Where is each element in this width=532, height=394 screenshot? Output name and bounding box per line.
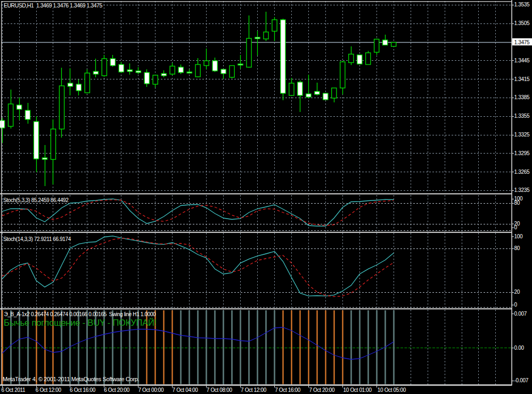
svg-text:1.3325: 1.3325	[514, 132, 530, 138]
svg-text:0.00: 0.00	[514, 345, 525, 351]
svg-text:1.3445: 1.3445	[514, 58, 530, 63]
svg-text:7 Oct 08:00: 7 Oct 08:00	[207, 387, 233, 393]
svg-text:80: 80	[514, 245, 520, 251]
svg-text:10 Oct 01:00: 10 Oct 01:00	[343, 387, 372, 393]
svg-text:EURUSD,H1 1.3469 1.3476 1.346: EURUSD,H1 1.3469 1.3476 1.3469 1.3475	[4, 2, 102, 9]
svg-text:7 Oct 04:00: 7 Oct 04:00	[173, 387, 199, 393]
svg-text:1.3355: 1.3355	[514, 113, 530, 119]
svg-text:7 Oct 00:00: 7 Oct 00:00	[138, 387, 164, 393]
svg-text:0: 0	[514, 302, 518, 308]
svg-text:1.3265: 1.3265	[514, 169, 530, 175]
svg-text:0.007: 0.007	[514, 311, 527, 317]
svg-text:1.3505: 1.3505	[514, 20, 530, 26]
svg-text:6 Oct 2011: 6 Oct 2011	[2, 387, 26, 393]
svg-text:1.3295: 1.3295	[514, 150, 530, 156]
svg-text:Э_В_А-1x2 0.26474 0.26474 0.00: Э_В_А-1x2 0.26474 0.26474 0.00166 0.0016…	[4, 311, 157, 317]
svg-text:Бычье поглощение - BUY - ПОКУП: Бычье поглощение - BUY - ПОКУПАЙ!	[4, 318, 157, 327]
svg-text:0: 0	[514, 224, 518, 230]
svg-text:1.3235: 1.3235	[514, 187, 530, 193]
svg-text:-0.007: -0.007	[514, 377, 529, 383]
svg-text:6 Oct 20:00: 6 Oct 20:00	[104, 387, 130, 393]
svg-text:7 Oct 16:00: 7 Oct 16:00	[275, 387, 301, 393]
svg-text:Stoch(5,3,3) 85.2459 86.4492: Stoch(5,3,3) 85.2459 86.4492	[3, 197, 69, 203]
svg-text:100: 100	[514, 234, 523, 239]
svg-text:80: 80	[514, 200, 520, 206]
svg-text:1.3475: 1.3475	[514, 39, 530, 45]
svg-text:6 Oct 16:00: 6 Oct 16:00	[70, 387, 96, 393]
svg-text:20: 20	[514, 289, 520, 295]
svg-text:10 Oct 05:00: 10 Oct 05:00	[378, 387, 406, 393]
svg-text:6 Oct 12:00: 6 Oct 12:00	[36, 387, 62, 393]
svg-text:MetaTrader 4, © 2001-2011 Meta: MetaTrader 4, © 2001-2011 MetaQuotes Sof…	[3, 376, 140, 382]
svg-text:1.3385: 1.3385	[514, 94, 530, 100]
svg-text:7 Oct 20:00: 7 Oct 20:00	[309, 387, 335, 393]
svg-text:1.3415: 1.3415	[514, 76, 530, 82]
svg-text:7 Oct 12:00: 7 Oct 12:00	[241, 387, 267, 393]
svg-text:Stoch(14,3,3) 72.9211 66.9174: Stoch(14,3,3) 72.9211 66.9174	[3, 236, 71, 242]
svg-text:1.3535: 1.3535	[514, 2, 530, 7]
